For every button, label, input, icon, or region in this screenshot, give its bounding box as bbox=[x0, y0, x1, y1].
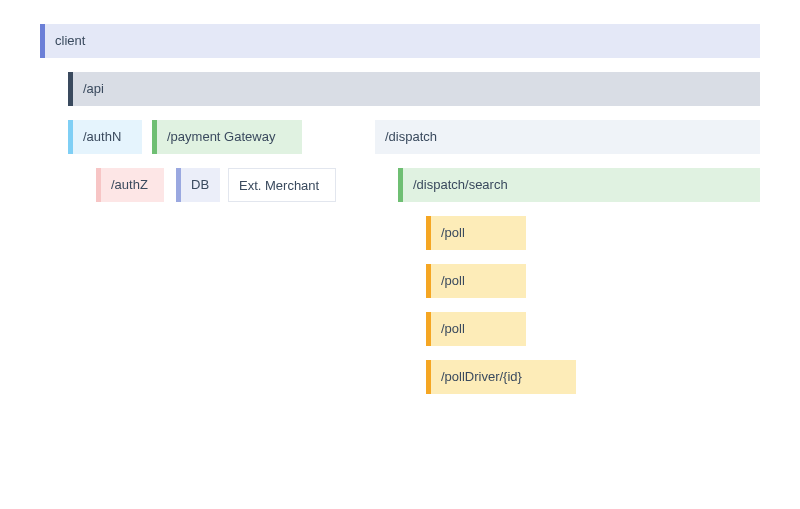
span-ext-merchant: Ext. Merchant bbox=[228, 168, 336, 202]
span-label: Ext. Merchant bbox=[229, 169, 335, 203]
span-poll-driver: /pollDriver/{id} bbox=[426, 360, 576, 394]
span-fill: /authZ bbox=[101, 168, 164, 202]
span-label: /poll bbox=[431, 312, 526, 346]
span-fill: /api bbox=[73, 72, 760, 106]
span-label: /dispatch bbox=[375, 120, 760, 154]
span-fill: /dispatch/search bbox=[403, 168, 760, 202]
span-fill: /payment Gateway bbox=[157, 120, 302, 154]
span-fill: /dispatch bbox=[375, 120, 760, 154]
span-label: /api bbox=[73, 72, 760, 106]
span-fill: /poll bbox=[431, 264, 526, 298]
span-fill: DB bbox=[181, 168, 220, 202]
span-db: DB bbox=[176, 168, 220, 202]
span-fill: /pollDriver/{id} bbox=[431, 360, 576, 394]
span-fill: Ext. Merchant bbox=[229, 169, 335, 201]
span-label: /authZ bbox=[101, 168, 164, 202]
span-label: DB bbox=[181, 168, 220, 202]
span-dispatch: /dispatch bbox=[370, 120, 760, 154]
span-fill: /authN bbox=[73, 120, 142, 154]
span-label: /payment Gateway bbox=[157, 120, 302, 154]
span-dispatch-search: /dispatch/search bbox=[398, 168, 760, 202]
span-payment-gateway: /payment Gateway bbox=[152, 120, 302, 154]
span-label: client bbox=[45, 24, 760, 58]
span-poll-3: /poll bbox=[426, 312, 526, 346]
span-fill: /poll bbox=[431, 312, 526, 346]
span-fill: /poll bbox=[431, 216, 526, 250]
span-api: /api bbox=[68, 72, 760, 106]
span-label: /pollDriver/{id} bbox=[431, 360, 576, 394]
span-authz: /authZ bbox=[96, 168, 164, 202]
span-label: /authN bbox=[73, 120, 142, 154]
span-fill: client bbox=[45, 24, 760, 58]
span-poll-1: /poll bbox=[426, 216, 526, 250]
span-poll-2: /poll bbox=[426, 264, 526, 298]
span-client: client bbox=[40, 24, 760, 58]
span-authn: /authN bbox=[68, 120, 142, 154]
span-label: /dispatch/search bbox=[403, 168, 760, 202]
span-label: /poll bbox=[431, 264, 526, 298]
span-label: /poll bbox=[431, 216, 526, 250]
